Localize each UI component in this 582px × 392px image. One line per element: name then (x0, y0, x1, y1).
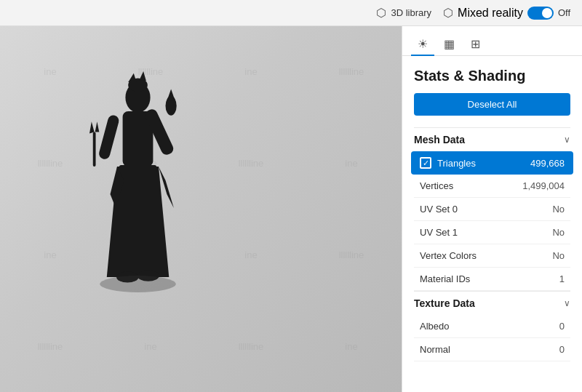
tab-chart[interactable]: ▦ (437, 32, 461, 55)
svg-rect-9 (93, 132, 96, 167)
cube-icon: ⬡ (376, 6, 386, 20)
panel-content: Stats & Shading Deselect All Mesh Data ∨… (402, 56, 582, 361)
watermark-3: lllllline (301, 26, 402, 118)
uv-set-0-row: UV Set 0 No (414, 198, 570, 221)
triangles-value: 499,668 (530, 158, 565, 169)
normal-label: Normal (420, 344, 450, 355)
off-label: Off (558, 7, 570, 18)
uv-set-1-label: UV Set 1 (420, 227, 458, 238)
toggle-thumb (542, 8, 552, 18)
watermark-15: ine (301, 300, 402, 392)
viewport[interactable]: ine lllllline ine lllllline lllllline in… (0, 26, 402, 392)
material-ids-row: Material IDs 1 (414, 268, 570, 291)
3d-library-button[interactable]: ⬡ 3D library (376, 6, 431, 20)
uv-set-1-row: UV Set 1 No (414, 221, 570, 244)
texture-section-title: Texture Data (414, 297, 475, 309)
normal-value: 0 (559, 344, 565, 355)
main-area: ine lllllline ine lllllline lllllline in… (0, 26, 582, 392)
right-panel: ☀ ▦ ⊞ Stats & Shading Deselect All Mesh … (402, 26, 582, 392)
uv-set-1-value: No (552, 227, 565, 238)
albedo-label: Albedo (420, 321, 449, 332)
texture-section-chevron: ∨ (564, 298, 570, 308)
svg-marker-2 (128, 73, 136, 82)
deselect-all-button[interactable]: Deselect All (414, 93, 570, 116)
watermark-2: ine (201, 26, 301, 118)
uv-set-0-value: No (552, 204, 565, 215)
mixed-reality-icon: ⬡ (443, 6, 453, 20)
tab-sun[interactable]: ☀ (411, 32, 434, 55)
svg-marker-10 (89, 121, 95, 133)
watermark-14: lllllline (201, 300, 301, 392)
model-silhouette (58, 70, 204, 346)
svg-marker-3 (139, 71, 146, 81)
mixed-reality-label: Mixed reality (458, 7, 523, 20)
panel-title: Stats & Shading (414, 68, 570, 84)
normal-row: Normal 0 (414, 338, 570, 361)
albedo-row: Albedo 0 (414, 315, 570, 338)
triangles-label: ✓ Triangles (420, 157, 476, 169)
tab-grid[interactable]: ⊞ (463, 32, 487, 55)
mesh-section-chevron: ∨ (564, 135, 570, 145)
svg-marker-11 (95, 121, 100, 132)
vertex-colors-value: No (552, 250, 565, 261)
svg-rect-13 (119, 165, 156, 173)
vertices-value: 1,499,004 (522, 180, 565, 191)
svg-point-18 (100, 276, 176, 292)
mesh-data-section-header[interactable]: Mesh Data ∨ (414, 127, 570, 151)
panel-tabs: ☀ ▦ ⊞ (402, 26, 582, 56)
watermark-6: lllllline (201, 118, 301, 209)
uv-set-0-label: UV Set 0 (420, 204, 458, 215)
vertices-row: Vertices 1,499,004 (414, 175, 570, 198)
mesh-section-title: Mesh Data (414, 134, 465, 145)
3d-library-label: 3D library (391, 7, 431, 18)
material-ids-value: 1 (559, 273, 565, 284)
watermark-7: ine (301, 118, 402, 209)
triangles-checkbox[interactable]: ✓ (420, 157, 431, 169)
vertex-colors-row: Vertex Colors No (414, 244, 570, 268)
texture-data-section-header[interactable]: Texture Data ∨ (414, 291, 570, 315)
albedo-value: 0 (559, 321, 565, 332)
vertices-label: Vertices (420, 180, 453, 191)
mixed-reality-control[interactable]: ⬡ Mixed reality Off (443, 6, 570, 20)
svg-rect-8 (97, 114, 120, 161)
vertex-colors-label: Vertex Colors (420, 250, 477, 261)
watermark-10: ine (201, 209, 301, 301)
svg-marker-7 (167, 89, 175, 101)
watermark-11: lllllline (301, 209, 402, 301)
top-bar: ⬡ 3D library ⬡ Mixed reality Off (0, 0, 582, 26)
material-ids-label: Material IDs (420, 273, 470, 284)
triangles-row[interactable]: ✓ Triangles 499,668 (411, 151, 573, 175)
mixed-reality-toggle[interactable] (527, 7, 554, 20)
